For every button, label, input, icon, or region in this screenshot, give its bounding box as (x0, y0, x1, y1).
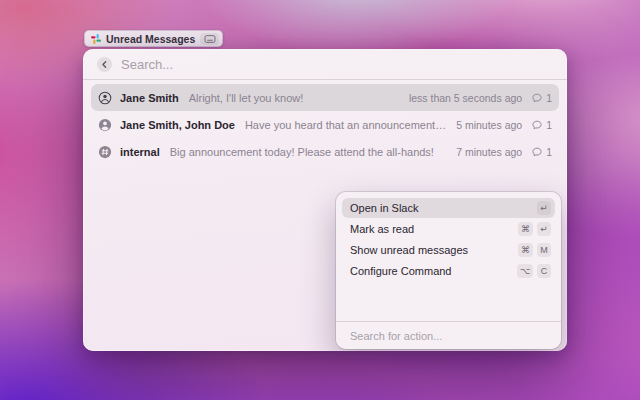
action-mark-as-read[interactable]: Mark as read ⌘ ↵ (342, 219, 555, 239)
action-search-footer (336, 321, 561, 349)
command-tag-unread-messages[interactable]: Unread Messages (84, 30, 223, 47)
message-time: 5 minutes ago (456, 119, 522, 131)
shortcut-keys: ⌘ ↵ (518, 222, 551, 236)
sender-name: internal (120, 146, 160, 158)
key-c: C (537, 264, 551, 278)
message-list: Jane Smith Alright, I'll let you know! l… (83, 80, 567, 165)
action-menu: Open in Slack ↵ Mark as read ⌘ ↵ Show un… (336, 192, 561, 349)
action-label: Mark as read (350, 223, 414, 235)
message-meta: 7 minutes ago 1 (446, 146, 552, 158)
chat-bubble-icon (531, 119, 543, 131)
unread-count: 1 (546, 119, 552, 131)
sender-name: Jane Smith, John Doe (120, 119, 235, 131)
shortcut-keys: ⌥ C (517, 264, 551, 278)
search-input[interactable] (121, 57, 555, 72)
action-show-unread-messages[interactable]: Show unread messages ⌘ M (342, 240, 555, 260)
action-label: Open in Slack (350, 202, 418, 214)
channel-hash-icon (98, 145, 112, 159)
message-preview: Have you heard that an announcement is c… (245, 119, 446, 131)
record-hotkey-badge[interactable] (200, 33, 219, 45)
action-configure-command[interactable]: Configure Command ⌥ C (342, 261, 555, 281)
action-menu-spacer (342, 282, 555, 321)
message-meta: less than 5 seconds ago 1 (399, 92, 552, 104)
key-command: ⌘ (518, 243, 533, 257)
key-option: ⌥ (517, 264, 533, 278)
shortcut-keys: ⌘ M (518, 243, 551, 257)
desktop-wallpaper: Unread Messages (0, 0, 640, 400)
action-label: Configure Command (350, 265, 452, 277)
key-command: ⌘ (518, 222, 533, 236)
chat-bubble-icon (531, 146, 543, 158)
unread-count: 1 (546, 146, 552, 158)
message-row-internal-channel[interactable]: internal Big announcement today! Please … (91, 138, 559, 165)
action-label: Show unread messages (350, 244, 468, 256)
keyboard-icon (204, 35, 216, 43)
search-bar (83, 49, 567, 80)
sender-name: Jane Smith (120, 92, 179, 104)
key-return: ↵ (537, 201, 551, 215)
person-circle-filled-icon (98, 118, 112, 132)
key-m: M (537, 243, 551, 257)
action-open-in-slack[interactable]: Open in Slack ↵ (342, 198, 555, 218)
chevron-left-icon (99, 59, 110, 70)
message-row-jane-smith[interactable]: Jane Smith Alright, I'll let you know! l… (91, 84, 559, 111)
message-meta: 5 minutes ago 1 (446, 119, 552, 131)
person-circle-outline-icon (98, 91, 112, 105)
message-preview: Alright, I'll let you know! (189, 92, 304, 104)
unread-count: 1 (546, 92, 552, 104)
message-time: 7 minutes ago (456, 146, 522, 158)
launcher-window: Jane Smith Alright, I'll let you know! l… (83, 49, 567, 351)
slack-icon (91, 34, 101, 44)
message-preview: Big announcement today! Please attend th… (170, 146, 434, 158)
command-tag-label: Unread Messages (106, 33, 195, 45)
chat-bubble-icon (531, 92, 543, 104)
key-return: ↵ (537, 222, 551, 236)
action-search-input[interactable] (350, 330, 547, 342)
message-row-jane-smith-john-doe[interactable]: Jane Smith, John Doe Have you heard that… (91, 111, 559, 138)
back-button[interactable] (97, 57, 112, 72)
shortcut-keys: ↵ (537, 201, 551, 215)
message-time: less than 5 seconds ago (409, 92, 522, 104)
